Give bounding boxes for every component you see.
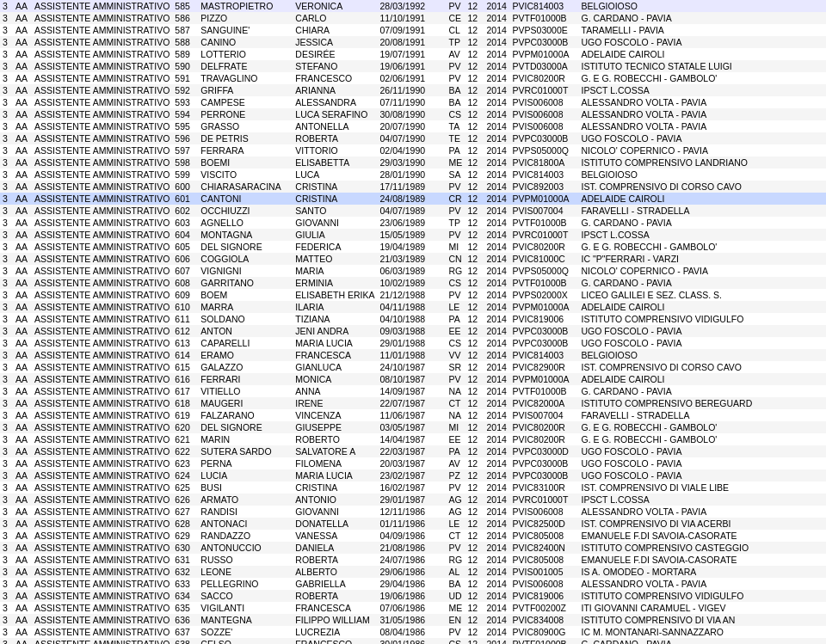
table-row[interactable]: 3AAASSISTENTE AMMINISTRATIVO602OCCHIUZZI…	[0, 205, 826, 217]
table-cell: 3	[0, 445, 13, 457]
table-row[interactable]: 3AAASSISTENTE AMMINISTRATIVO598BOEMIELIS…	[0, 156, 826, 169]
table-cell: ALBERTO	[293, 566, 377, 578]
table-row[interactable]: 3AAASSISTENTE AMMINISTRATIVO600CHIARASAR…	[0, 181, 826, 193]
table-row[interactable]: 3AAASSISTENTE AMMINISTRATIVO627RANDISIGI…	[0, 506, 826, 518]
table-row[interactable]: 3AAASSISTENTE AMMINISTRATIVO614ERAMOFRAN…	[0, 349, 826, 361]
table-cell: PA	[447, 445, 465, 457]
table-cell: MARRA	[198, 301, 293, 313]
table-cell: 01/11/1986	[378, 518, 447, 530]
table-cell: ASSISTENTE AMMINISTRATIVO	[32, 48, 172, 60]
table-row[interactable]: 3AAASSISTENTE AMMINISTRATIVO628ANTONACID…	[0, 518, 826, 530]
table-cell: 633	[172, 578, 198, 590]
table-row[interactable]: 3AAASSISTENTE AMMINISTRATIVO585MASTROPIE…	[0, 0, 826, 12]
table-cell: ROBERTA	[293, 590, 377, 602]
table-cell: 2014	[484, 48, 510, 60]
table-row[interactable]: 3AAASSISTENTE AMMINISTRATIVO621MARINROBE…	[0, 433, 826, 445]
table-cell: TARAMELLI - PAVIA	[579, 24, 826, 36]
table-cell: IST. COMPRENSIVO DI VIA ACERBI	[579, 518, 826, 530]
table-row[interactable]: 3AAASSISTENTE AMMINISTRATIVO590DELFRATES…	[0, 60, 826, 72]
table-row[interactable]: 3AAASSISTENTE AMMINISTRATIVO589LOTTERIOD…	[0, 48, 826, 60]
table-row[interactable]: 3AAASSISTENTE AMMINISTRATIVO588CANINOJES…	[0, 36, 826, 48]
table-row[interactable]: 3AAASSISTENTE AMMINISTRATIVO609BOEMELISA…	[0, 289, 826, 301]
table-cell: ASSISTENTE AMMINISTRATIVO	[32, 373, 172, 385]
table-row[interactable]: 3AAASSISTENTE AMMINISTRATIVO605DEL SIGNO…	[0, 241, 826, 253]
table-row[interactable]: 3AAASSISTENTE AMMINISTRATIVO615GALAZZOGI…	[0, 361, 826, 373]
table-row[interactable]: 3AAASSISTENTE AMMINISTRATIVO636MANTEGNAF…	[0, 614, 826, 626]
table-row[interactable]: 3AAASSISTENTE AMMINISTRATIVO620DEL SIGNO…	[0, 421, 826, 433]
table-cell: 12	[465, 518, 484, 530]
table-cell: MONICA	[293, 373, 377, 385]
table-cell: ROBERTO	[293, 433, 377, 445]
table-row[interactable]: 3AAASSISTENTE AMMINISTRATIVO604MONTAGNAG…	[0, 229, 826, 241]
table-cell: AA	[13, 578, 32, 590]
table-cell: FILOMENA	[293, 457, 377, 469]
table-row[interactable]: 3AAASSISTENTE AMMINISTRATIVO613CAPARELLI…	[0, 337, 826, 349]
table-row[interactable]: 3AAASSISTENTE AMMINISTRATIVO632LEONEALBE…	[0, 566, 826, 578]
table-row[interactable]: 3AAASSISTENTE AMMINISTRATIVO635VIGILANTI…	[0, 602, 826, 614]
table-cell: 625	[172, 481, 198, 494]
table-cell: 12	[465, 313, 484, 325]
table-row[interactable]: 3AAASSISTENTE AMMINISTRATIVO633PELLEGRIN…	[0, 578, 826, 590]
table-row[interactable]: 3AAASSISTENTE AMMINISTRATIVO634SACCOROBE…	[0, 590, 826, 602]
table-row[interactable]: 3AAASSISTENTE AMMINISTRATIVO619FALZARANO…	[0, 409, 826, 421]
table-row[interactable]: 3AAASSISTENTE AMMINISTRATIVO586PIZZOCARL…	[0, 12, 826, 24]
table-row[interactable]: 3AAASSISTENTE AMMINISTRATIVO592GRIFFAARI…	[0, 84, 826, 96]
table-cell: G. E G. ROBECCHI - GAMBOLO'	[579, 421, 826, 433]
table-row[interactable]: 3AAASSISTENTE AMMINISTRATIVO608GARRITANO…	[0, 277, 826, 289]
table-cell: 12	[465, 373, 484, 385]
table-cell: PVRC01000T	[510, 494, 579, 506]
table-cell: ASSISTENTE AMMINISTRATIVO	[32, 144, 172, 156]
table-row[interactable]: 3AAASSISTENTE AMMINISTRATIVO625BUSICRIST…	[0, 481, 826, 494]
table-row[interactable]: 3AAASSISTENTE AMMINISTRATIVO594PERRONELU…	[0, 108, 826, 120]
table-row[interactable]: 3AAASSISTENTE AMMINISTRATIVO616FERRARIMO…	[0, 373, 826, 385]
table-cell: 3	[0, 542, 13, 554]
table-row[interactable]: 3AAASSISTENTE AMMINISTRATIVO607VIGNIGNIM…	[0, 265, 826, 277]
table-cell: 3	[0, 289, 13, 301]
table-row[interactable]: 3AAASSISTENTE AMMINISTRATIVO631RUSSOROBE…	[0, 554, 826, 566]
table-cell: ARIANNA	[293, 84, 377, 96]
table-cell: 589	[172, 48, 198, 60]
table-cell: 3	[0, 397, 13, 409]
table-cell: GIUSEPPE	[293, 421, 377, 433]
table-row[interactable]: 3AAASSISTENTE AMMINISTRATIVO624LUCIAMARI…	[0, 469, 826, 481]
table-cell: VIGNIGNI	[198, 265, 293, 277]
table-row[interactable]: 3AAASSISTENTE AMMINISTRATIVO629RANDAZZOV…	[0, 530, 826, 542]
table-cell: PVTF01000B	[510, 385, 579, 397]
table-cell: 3	[0, 96, 13, 108]
table-row[interactable]: 3AAASSISTENTE AMMINISTRATIVO591TRAVAGLIN…	[0, 72, 826, 84]
table-row[interactable]: 3AAASSISTENTE AMMINISTRATIVO611SOLDANOTI…	[0, 313, 826, 325]
table-row[interactable]: 3AAASSISTENTE AMMINISTRATIVO610MARRAILAR…	[0, 301, 826, 313]
table-cell: PVIC80200R	[510, 433, 579, 445]
table-cell: PVPM01000A	[510, 193, 579, 205]
table-row[interactable]: 3AAASSISTENTE AMMINISTRATIVO595GRASSOANT…	[0, 120, 826, 132]
table-cell: SR	[447, 361, 465, 373]
table-row[interactable]: 3AAASSISTENTE AMMINISTRATIVO622SUTERA SA…	[0, 445, 826, 457]
table-row[interactable]: 3AAASSISTENTE AMMINISTRATIVO596DE PETRIS…	[0, 132, 826, 144]
table-row[interactable]: 3AAASSISTENTE AMMINISTRATIVO638CELSOFRAN…	[0, 638, 826, 644]
table-cell: 602	[172, 205, 198, 217]
table-row[interactable]: 3AAASSISTENTE AMMINISTRATIVO597FERRARAVI…	[0, 144, 826, 156]
table-cell: 12	[465, 253, 484, 265]
table-row[interactable]: 3AAASSISTENTE AMMINISTRATIVO587SANGUINE'…	[0, 24, 826, 36]
table-row[interactable]: 3AAASSISTENTE AMMINISTRATIVO606COGGIOLAM…	[0, 253, 826, 265]
table-cell: NA	[447, 385, 465, 397]
table-cell: IC "P"FERRARI - VARZI	[579, 253, 826, 265]
table-cell: PVPC03000B	[510, 36, 579, 48]
table-row[interactable]: 3AAASSISTENTE AMMINISTRATIVO601CANTONICR…	[0, 193, 826, 205]
table-cell: 12	[465, 542, 484, 554]
table-row[interactable]: 3AAASSISTENTE AMMINISTRATIVO612ANTONJENI…	[0, 325, 826, 337]
table-row[interactable]: 3AAASSISTENTE AMMINISTRATIVO630ANTONUCCI…	[0, 542, 826, 554]
table-cell: ISTITUTO TECNICO STATALE LUIGI	[579, 60, 826, 72]
table-row[interactable]: 3AAASSISTENTE AMMINISTRATIVO637SOZZE'LUC…	[0, 626, 826, 638]
table-row[interactable]: 3AAASSISTENTE AMMINISTRATIVO599VISCITOLU…	[0, 169, 826, 181]
table-cell: UGO FOSCOLO - PAVIA	[579, 469, 826, 481]
table-row[interactable]: 3AAASSISTENTE AMMINISTRATIVO618MAUGERIIR…	[0, 397, 826, 409]
table-row[interactable]: 3AAASSISTENTE AMMINISTRATIVO593CAMPESEAL…	[0, 96, 826, 108]
table-cell: ASSISTENTE AMMINISTRATIVO	[32, 84, 172, 96]
table-row[interactable]: 3AAASSISTENTE AMMINISTRATIVO603AGNELLOGI…	[0, 217, 826, 229]
table-cell: PA	[447, 144, 465, 156]
table-row[interactable]: 3AAASSISTENTE AMMINISTRATIVO617VITIELLOA…	[0, 385, 826, 397]
table-row[interactable]: 3AAASSISTENTE AMMINISTRATIVO623PERNAFILO…	[0, 457, 826, 469]
table-row[interactable]: 3AAASSISTENTE AMMINISTRATIVO626ARMATOANT…	[0, 494, 826, 506]
table-cell: CHIARA	[293, 24, 377, 36]
